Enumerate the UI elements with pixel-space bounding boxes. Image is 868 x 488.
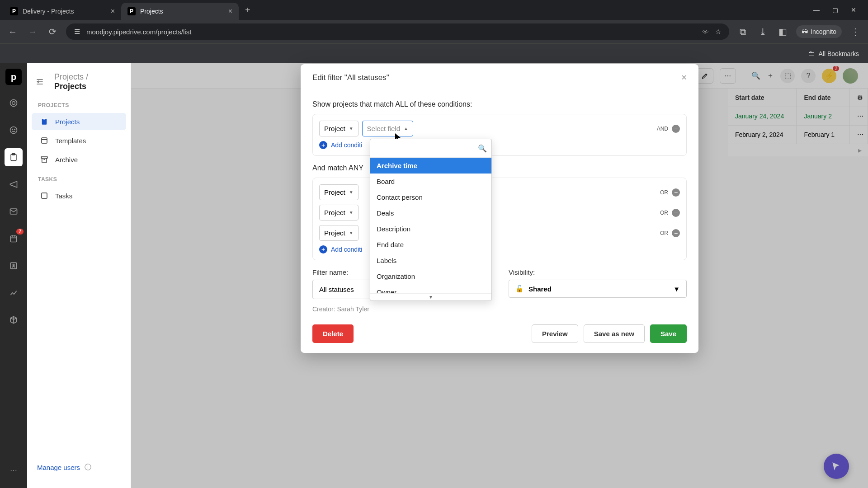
svg-point-2	[10, 127, 17, 134]
eye-off-icon[interactable]: 👁	[702, 28, 709, 36]
chevron-down-icon[interactable]: ▼	[370, 293, 491, 300]
browser-chrome: P Delivery - Projects × P Projects × + —…	[0, 0, 868, 63]
tab-bar: P Delivery - Projects × P Projects × + —…	[0, 0, 868, 20]
chevron-down-icon: ▼	[673, 285, 680, 293]
extensions-icon[interactable]: ⧉	[736, 27, 749, 37]
close-icon[interactable]: ×	[111, 7, 115, 15]
forward-icon[interactable]: →	[26, 27, 39, 37]
rail-products-icon[interactable]	[5, 311, 23, 329]
rail-projects-icon[interactable]	[5, 148, 23, 166]
incognito-icon: 🕶	[802, 28, 808, 35]
dropdown-search-input[interactable]	[375, 142, 478, 155]
sidebar-item-templates[interactable]: Templates	[32, 132, 126, 149]
footer-right-group: Preview Save as new Save	[532, 324, 687, 343]
reload-icon[interactable]: ⟳	[46, 26, 59, 37]
save-button[interactable]: Save	[650, 324, 687, 343]
dd-label: Project	[324, 229, 345, 237]
close-icon[interactable]: ×	[681, 72, 687, 83]
add-condition-label: Add conditi	[331, 246, 362, 253]
favicon-icon: P	[10, 7, 18, 15]
sidebar-item-tasks[interactable]: Tasks	[32, 187, 126, 204]
rail-target-icon[interactable]	[5, 94, 23, 112]
rail-more-icon[interactable]: ⋯	[5, 461, 23, 479]
sidebar-item-archive[interactable]: Archive	[32, 151, 126, 168]
rail-mail-icon[interactable]	[5, 202, 23, 221]
sidepanel-icon[interactable]: ◧	[776, 26, 789, 37]
delete-button[interactable]: Delete	[312, 324, 354, 343]
dropdown-option[interactable]: End date	[370, 237, 491, 253]
dropdown-option[interactable]: Archive time	[370, 158, 491, 174]
any-conditions-label: And match ANY	[312, 164, 687, 172]
creator-label: Creator: Sarah Tyler	[312, 305, 687, 313]
sidebar-item-projects[interactable]: Projects	[32, 113, 126, 130]
all-conditions-box: Project▼ Select field▲ AND −	[312, 114, 687, 156]
visibility-select[interactable]: 🔓 Shared ▼	[509, 280, 687, 298]
unlock-icon: 🔓	[515, 285, 524, 293]
dropdown-option[interactable]: Contact person	[370, 189, 491, 205]
remove-condition-icon[interactable]: −	[672, 188, 680, 197]
sidebar-item-label: Templates	[55, 137, 86, 145]
star-icon[interactable]: ☆	[715, 28, 721, 36]
condition-operator: OR−	[660, 188, 680, 197]
archive-icon	[40, 155, 49, 164]
chevron-up-icon: ▲	[404, 126, 408, 131]
rail-smiley-icon[interactable]	[5, 121, 23, 139]
site-info-icon[interactable]: ☰	[74, 28, 80, 36]
browser-tab-0[interactable]: P Delivery - Projects ×	[4, 3, 121, 20]
main-content: jects ▦ All statuses ▾ ⋯ 🔍 ＋ ⬚ ? ⚡2 Star…	[131, 63, 868, 488]
maximize-icon[interactable]: ▢	[832, 6, 838, 14]
dropdown-option[interactable]: Labels	[370, 253, 491, 268]
modal-title: Edit filter "All statuses"	[312, 73, 389, 82]
rail-calendar-icon[interactable]: 7	[5, 230, 23, 248]
dropdown-option[interactable]: Description	[370, 221, 491, 237]
rail-campaigns-icon[interactable]	[5, 175, 23, 193]
sidebar-item-label: Archive	[55, 156, 78, 164]
entity-dropdown[interactable]: Project▼	[319, 121, 359, 136]
url-box[interactable]: ☰ moodjoy.pipedrive.com/projects/list 👁 …	[66, 23, 729, 40]
plus-icon: +	[319, 141, 327, 149]
browser-tab-1[interactable]: P Projects ×	[121, 3, 239, 20]
sidebar-collapse-icon[interactable]	[35, 77, 44, 86]
close-window-icon[interactable]: ✕	[851, 6, 856, 14]
modal-overlay: Edit filter "All statuses" × Show projec…	[131, 63, 868, 488]
visibility-col: Visibility: 🔓 Shared ▼	[509, 268, 687, 299]
field-dropdown[interactable]: Select field▲	[362, 121, 413, 136]
breadcrumb-root[interactable]: Projects	[54, 72, 84, 81]
new-tab-button[interactable]: +	[239, 5, 257, 15]
dropdown-list[interactable]: Archive timeBoardContact personDealsDesc…	[370, 158, 491, 293]
preview-button[interactable]: Preview	[532, 324, 578, 343]
entity-dropdown[interactable]: Project▼	[319, 205, 359, 221]
chevron-down-icon: ▼	[349, 210, 354, 215]
remove-condition-icon[interactable]: −	[672, 125, 680, 133]
manage-users-link[interactable]: Manage users ⓘ	[27, 456, 131, 479]
save-as-new-button[interactable]: Save as new	[584, 324, 645, 343]
visibility-label: Visibility:	[509, 268, 687, 276]
back-icon[interactable]: ←	[6, 27, 19, 37]
rail-contacts-icon[interactable]	[5, 257, 23, 275]
remove-condition-icon[interactable]: −	[672, 229, 680, 237]
entity-dropdown[interactable]: Project▼	[319, 184, 359, 200]
remove-condition-icon[interactable]: −	[672, 209, 680, 217]
operator-label: OR	[660, 189, 668, 196]
modal-body: Show projects that match ALL of these co…	[301, 91, 698, 317]
rail-logo-icon[interactable]: p	[5, 69, 22, 85]
favicon-icon: P	[127, 7, 136, 15]
edit-filter-modal: Edit filter "All statuses" × Show projec…	[301, 64, 698, 353]
dropdown-option[interactable]: Organization	[370, 268, 491, 284]
sidebar-item-label: Projects	[55, 118, 80, 126]
breadcrumb-current: Projects	[54, 82, 86, 91]
manage-users-label: Manage users	[37, 464, 80, 471]
sidebar-group-projects: PROJECTS	[27, 99, 131, 112]
dropdown-option[interactable]: Owner	[370, 284, 491, 293]
minimize-icon[interactable]: —	[813, 6, 820, 14]
close-icon[interactable]: ×	[228, 7, 232, 15]
bookmarks-label[interactable]: All Bookmarks	[819, 50, 859, 57]
dropdown-option[interactable]: Board	[370, 174, 491, 189]
rail-insights-icon[interactable]	[5, 284, 23, 302]
downloads-icon[interactable]: ⤓	[756, 26, 769, 37]
menu-icon[interactable]: ⋮	[849, 26, 862, 37]
sidebar-group-tasks: TASKS	[27, 173, 131, 186]
dropdown-option[interactable]: Deals	[370, 205, 491, 221]
svg-rect-11	[42, 119, 47, 125]
entity-dropdown[interactable]: Project▼	[319, 225, 359, 241]
